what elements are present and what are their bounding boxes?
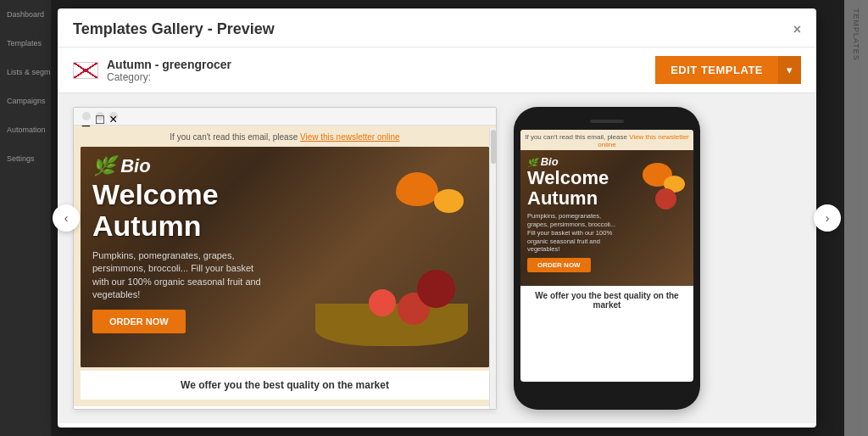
hero-title: Welcome Autumn	[92, 179, 262, 243]
minimize-icon[interactable]: _	[82, 112, 91, 120]
prev-template-button[interactable]: ‹	[53, 204, 80, 232]
sidebar-item-settings: Settings	[0, 144, 51, 173]
sidebar-item-templates: Templates	[0, 29, 51, 58]
mobile-hero: 🌿 Bio Welcome Autumn Pumpkins, pomegrana…	[520, 150, 693, 286]
modal: Templates Gallery - Preview × Autumn - g…	[58, 8, 816, 428]
mobile-order-button[interactable]: ORDER NOW	[527, 258, 591, 272]
left-arrow-icon: ‹	[64, 211, 69, 225]
hero-background: 🌿 Bio Welcome Autumn Pumpkins, pomegrana…	[81, 147, 489, 367]
mobile-hero-subtitle: Pumpkins, pomegranates, grapes, persimmo…	[527, 212, 620, 254]
close-button[interactable]: ×	[793, 22, 801, 37]
phone-screen: If you can't read this email, please Vie…	[520, 130, 693, 382]
email-footer-text: We offer you the best quality on the mar…	[81, 371, 489, 400]
edit-template-button[interactable]: EDIT TEMPLATE	[655, 56, 778, 84]
edit-template-dropdown-button[interactable]: ▾	[778, 56, 801, 84]
close-icon[interactable]: ×	[109, 112, 118, 120]
pomegranate-icon	[417, 270, 455, 308]
edit-button-group: EDIT TEMPLATE ▾	[655, 56, 801, 84]
mobile-bio-logo: 🌿 Bio	[527, 155, 620, 168]
mobile-hero-text: 🌿 Bio Welcome Autumn Pumpkins, pomegrana…	[527, 155, 620, 272]
template-category: Category:	[107, 71, 231, 83]
order-now-button[interactable]: ORDER NOW	[92, 310, 186, 333]
basket-area	[294, 155, 481, 359]
scrollbar[interactable]	[489, 128, 496, 409]
desktop-preview-header: _ □ ×	[74, 108, 496, 126]
pumpkin-small-icon	[434, 189, 464, 213]
email-hero: 🌿 Bio Welcome Autumn Pumpkins, pomegrana…	[81, 147, 489, 367]
mobile-preview: If you can't read this email, please Vie…	[514, 107, 700, 410]
mobile-leaf-icon: 🌿	[527, 158, 537, 167]
flag-icon	[73, 62, 98, 79]
mobile-top-bar-text: If you can't read this email, please	[525, 133, 627, 141]
template-name: Autumn - greengrocer	[107, 58, 231, 71]
mobile-footer-text: We offer you the best quality on the mar…	[520, 286, 693, 315]
bio-leaf-icon: 🌿	[92, 155, 115, 176]
top-bar-text: If you can't read this email, please	[170, 132, 298, 142]
modal-header: Templates Gallery - Preview ×	[58, 8, 816, 48]
newsletter-link[interactable]: View this newsletter online	[300, 132, 400, 142]
template-info: Autumn - greengrocer Category:	[73, 58, 231, 83]
hero-text: 🌿 Bio Welcome Autumn Pumpkins, pomegrana…	[92, 155, 262, 333]
modal-body: _ □ × If you can't read this email, plea…	[58, 93, 816, 423]
email-top-bar: If you can't read this email, please Vie…	[81, 132, 489, 142]
template-name-block: Autumn - greengrocer Category:	[107, 58, 231, 83]
modal-title: Templates Gallery - Preview	[73, 20, 275, 38]
mobile-apple-icon	[655, 188, 676, 210]
right-arrow-icon: ›	[826, 211, 830, 225]
mobile-top-bar: If you can't read this email, please Vie…	[520, 130, 693, 150]
desktop-preview: _ □ × If you can't read this email, plea…	[73, 107, 497, 410]
sidebar-item-automation: Automation	[0, 115, 51, 144]
sidebar-item-dashboard: Dashboard	[0, 0, 51, 29]
modal-subheader: Autumn - greengrocer Category: EDIT TEMP…	[58, 48, 816, 93]
phone-speaker-icon	[590, 120, 624, 123]
restore-icon[interactable]: □	[96, 112, 104, 120]
sidebar-item-lists: Lists & segm...	[0, 58, 51, 87]
phone-frame: If you can't read this email, please Vie…	[514, 107, 700, 410]
hero-subtitle: Pumpkins, pomegranates, grapes, persimmo…	[92, 249, 262, 302]
mobile-hero-title: Welcome Autumn	[527, 168, 620, 209]
bio-logo: 🌿 Bio	[92, 155, 262, 177]
background-sidebar: Dashboard Templates Lists & segm... Camp…	[0, 0, 51, 436]
sidebar-item-campaigns: Campaigns	[0, 87, 51, 115]
scrollbar-thumb	[491, 130, 496, 164]
email-preview-content: If you can't read this email, please Vie…	[74, 126, 496, 406]
apple2-icon	[369, 289, 396, 316]
chevron-down-icon: ▾	[787, 64, 793, 76]
mobile-basket-area	[621, 159, 689, 218]
pumpkin-icon	[396, 172, 438, 206]
next-template-button[interactable]: ›	[814, 204, 841, 232]
